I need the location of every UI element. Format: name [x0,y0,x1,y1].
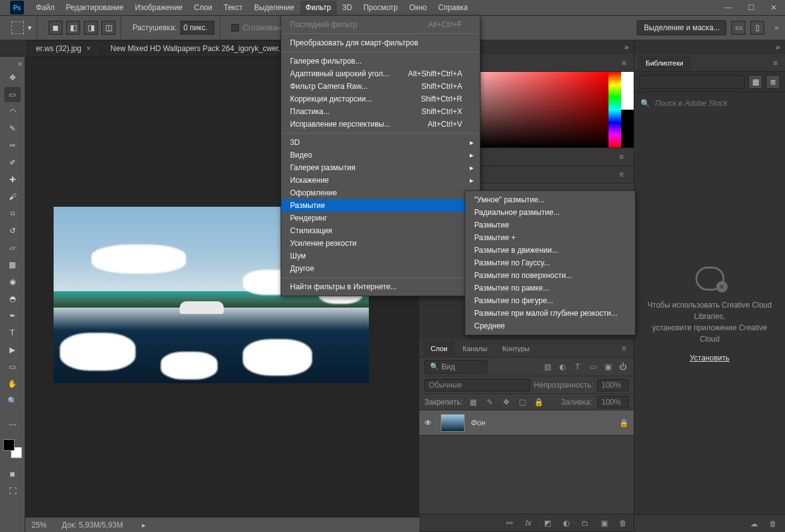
submenu-item[interactable]: Среднее [465,320,635,332]
type-tool-icon[interactable]: T [4,325,21,340]
layer-row[interactable]: 👁 Фон 🔒 [419,410,634,436]
marquee-tool-icon[interactable]: ▭ [4,87,21,102]
maximize-button[interactable]: ☐ [740,0,762,15]
edit-toolbar-icon[interactable]: ⋯ [4,417,21,432]
fill-input[interactable]: 100% [597,396,629,408]
close-button[interactable]: ✕ [762,0,785,15]
layer-name[interactable]: Фон [471,419,486,427]
lock-pixels-icon[interactable]: ▦ [468,396,479,408]
lock-artboard-icon[interactable]: ▢ [517,396,528,408]
gradient-tool-icon[interactable]: ▦ [4,257,21,272]
blur-submenu[interactable]: "Умное" размытие...Радиальное размытие..… [465,190,636,335]
menu-item[interactable]: Коррекция дисторсии...Shift+Ctrl+R [281,93,480,105]
selection-add-icon[interactable]: ◧ [66,21,80,35]
menu-item[interactable]: Шум▸ [281,250,480,262]
install-link[interactable]: Установить [690,354,730,362]
submenu-item[interactable]: Размытие по рамке... [465,282,635,294]
layer-mask-icon[interactable]: ◩ [542,518,553,529]
libraries-tab[interactable]: Библиотеки [638,55,691,71]
lock-all-icon[interactable]: 🔒 [533,396,545,408]
menu-item[interactable]: Адаптивный широкий угол...Alt+Shift+Ctrl… [281,67,480,80]
menu-item[interactable]: Галерея фильтров... [281,55,480,67]
list-view-icon[interactable]: ≣ [766,75,780,89]
submenu-item[interactable]: Размытие + [465,231,635,244]
blur-tool-icon[interactable]: ◉ [4,274,21,289]
menu-item[interactable]: Размытие▸ [281,199,480,212]
submenu-item[interactable]: Размытие в движении... [465,244,635,257]
lock-brush-icon[interactable]: ✎ [484,396,496,408]
filter-shape-icon[interactable]: ▭ [587,361,598,373]
menu-item[interactable]: Другое▸ [281,262,480,275]
menu-item[interactable]: Найти фильтры в Интернете... [281,280,480,293]
pen-tool-icon[interactable]: ✒ [4,308,21,323]
cloud-sync-icon[interactable]: ☁ [748,518,760,529]
menu-справка[interactable]: Справка [433,1,474,14]
layer-thumbnail[interactable] [441,414,465,432]
submenu-item[interactable]: Размытие при малой глубине резкости... [465,307,635,320]
hand-tool-icon[interactable]: ✋ [4,376,21,391]
chevron-down-icon[interactable]: ▾ [28,23,32,32]
filter-smart-icon[interactable]: ▣ [602,361,613,373]
menu-3d[interactable]: 3D [337,1,358,14]
select-and-mask-button[interactable]: Выделение и маска... [637,20,726,35]
group-icon[interactable]: 🗀 [579,518,591,529]
filter-menu[interactable]: Последний фильтрAlt+Ctrl+FПреобразовать … [281,15,480,296]
menu-item[interactable]: Стилизация▸ [281,224,480,237]
dodge-tool-icon[interactable]: ◓ [4,291,21,306]
brush-tool-icon[interactable]: 🖌 [4,189,21,204]
foreground-color-swatch[interactable] [3,439,15,451]
menu-фильтр[interactable]: Фильтр [300,1,337,14]
paths-tab[interactable]: Контуры [495,341,537,356]
panels-overflow-icon[interactable]: » [776,43,780,52]
submenu-item[interactable]: Размытие по фигуре... [465,294,635,307]
menu-редактирование[interactable]: Редактирование [61,1,129,14]
crop-tool-icon[interactable]: ✂ [4,138,21,153]
panel-menu-icon[interactable]: ≡ [615,153,627,161]
menu-item[interactable]: Рендеринг▸ [281,212,480,224]
submenu-item[interactable]: Радиальное размытие... [465,206,635,219]
quick-select-tool-icon[interactable]: ✎ [4,121,21,136]
move-tool-icon[interactable]: ✥ [4,70,21,85]
menu-выделение[interactable]: Выделение [248,1,300,14]
menu-item[interactable]: 3D▸ [281,136,480,149]
library-select[interactable] [639,75,745,89]
tools-overflow-icon[interactable]: » [18,59,25,68]
menu-окно[interactable]: Окно [404,1,433,14]
menu-item[interactable]: Фильтр Camera Raw...Shift+Ctrl+A [281,80,480,93]
document-tab[interactable]: er.ws (32).jpg × [26,40,100,56]
delete-library-icon[interactable]: 🗑 [767,518,779,529]
layers-tab[interactable]: Слои [423,341,455,356]
selection-intersect-icon[interactable]: ◫ [102,21,115,35]
shape-tool-icon[interactable]: ▭ [4,359,21,374]
eyedropper-tool-icon[interactable]: ✐ [4,155,21,170]
link-layers-icon[interactable]: ⚯ [504,518,515,529]
panels-overflow-icon[interactable]: » [624,43,629,52]
menu-item[interactable]: Преобразовать для смарт-фильтров [281,37,480,49]
panel-menu-icon[interactable]: ≡ [615,170,627,179]
visibility-icon[interactable]: 👁 [424,419,434,427]
tool-preset-icon[interactable] [11,21,24,34]
new-layer-icon[interactable]: ▣ [598,518,610,529]
zoom-tool-icon[interactable]: 🔍 [4,393,21,408]
menu-item[interactable]: Усиление резкости▸ [281,237,480,250]
layer-filter-select[interactable]: 🔍 Вид [424,360,487,374]
color-swatches[interactable] [3,439,22,458]
healing-tool-icon[interactable]: ✚ [4,172,21,187]
submenu-item[interactable]: Размытие по Гауссу... [465,257,635,269]
screen-mode-icon[interactable]: ⛶ [4,483,21,499]
channels-tab[interactable]: Каналы [455,341,495,356]
filter-pixel-icon[interactable]: ▧ [542,361,553,373]
delete-layer-icon[interactable]: 🗑 [617,518,629,529]
blend-mode-select[interactable]: Обычные [424,379,530,391]
menu-файл[interactable]: Файл [30,1,61,14]
filter-toggle-icon[interactable]: ⏻ [617,361,629,373]
path-select-tool-icon[interactable]: ▶ [4,342,21,357]
menu-item[interactable]: Искажение▸ [281,174,480,187]
menu-просмотр[interactable]: Просмотр [358,1,404,14]
close-tab-icon[interactable]: × [86,44,91,53]
overflow-icon[interactable]: » [774,23,779,32]
menu-item[interactable]: Галерея размытия▸ [281,161,480,174]
eraser-tool-icon[interactable]: ▱ [4,240,21,255]
opacity-input[interactable]: 100% [597,379,629,391]
panel-menu-icon[interactable]: ≡ [769,59,781,67]
